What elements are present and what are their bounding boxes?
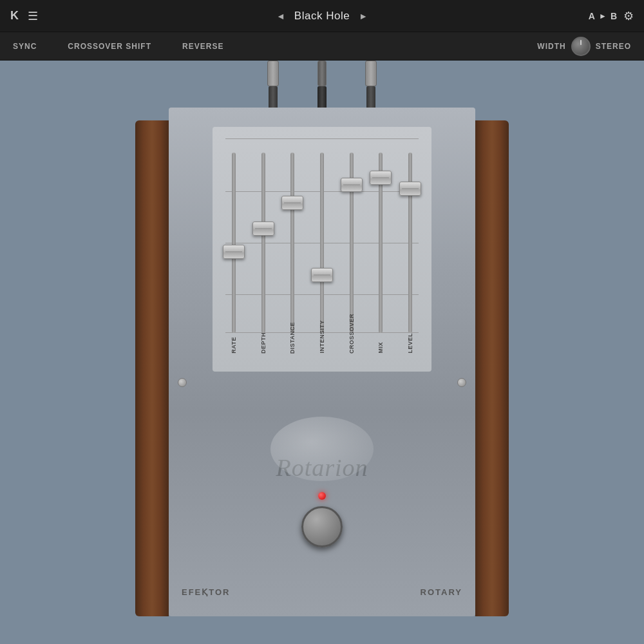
ab-play-button[interactable]: ► [599, 12, 607, 21]
width-knob[interactable] [571, 37, 591, 56]
label-a[interactable]: A [589, 11, 595, 21]
type-label: ROTARY [421, 587, 462, 597]
slider-level-label: LEVEL [407, 333, 413, 354]
slider-crossover-track[interactable] [350, 153, 354, 333]
reverse-toggle[interactable]: REVERSE [167, 42, 239, 51]
slider-crossover-label: CROSSOVER [348, 314, 355, 354]
top-bar-center: ◄ Black Hole ► [274, 10, 370, 23]
slider-distance-label: DISTANCE [289, 322, 296, 354]
pedal-wood-left [135, 120, 169, 616]
slider-rate-thumb[interactable] [223, 245, 245, 259]
lower-section: Rotarion [213, 384, 431, 603]
slider-crossover-thumb[interactable] [341, 178, 363, 192]
width-section: WIDTH STEREO [537, 37, 631, 56]
slider-distance: DISTANCE [278, 140, 307, 359]
h-line-top [225, 138, 419, 139]
cable-connector-left [267, 61, 279, 86]
crossover-shift-toggle[interactable]: CROSSOVER SHIFT [52, 42, 167, 51]
top-bar-left: K ☰ [10, 9, 38, 23]
stereo-label: STEREO [596, 42, 631, 51]
slider-intensity-track[interactable] [320, 153, 324, 333]
main-content: RATE DEPTH DISTANCE [0, 61, 644, 644]
slider-intensity: INTENSITY [307, 140, 337, 359]
slider-depth-label: DEPTH [260, 332, 267, 354]
led-indicator [318, 492, 326, 500]
slider-mix: MIX [366, 140, 396, 359]
nav-prev-arrow[interactable]: ◄ [274, 10, 288, 23]
logo-icon: K [10, 9, 19, 23]
pedal-wrapper: RATE DEPTH DISTANCE [135, 108, 509, 616]
slider-level-track[interactable] [408, 153, 412, 333]
menu-icon[interactable]: ☰ [28, 9, 38, 23]
label-b[interactable]: B [611, 11, 617, 21]
nav-next-arrow[interactable]: ► [356, 10, 370, 23]
slider-intensity-thumb[interactable] [311, 268, 333, 282]
slider-rate: RATE [219, 140, 249, 359]
slider-mix-label: MIX [377, 342, 384, 354]
logo-circle [270, 417, 374, 481]
width-label: WIDTH [537, 42, 565, 51]
slider-intensity-label: INTENSITY [319, 320, 325, 354]
slider-distance-track[interactable] [290, 153, 294, 333]
preset-name: Black Hole [294, 10, 350, 23]
bottom-labels: EFEⱩTOR ROTARY [182, 587, 462, 597]
screw-top-right [457, 378, 466, 387]
sliders-panel: RATE DEPTH DISTANCE [213, 127, 431, 372]
footswitch[interactable] [301, 506, 343, 547]
slider-level-thumb[interactable] [399, 182, 421, 196]
slider-level: LEVEL [395, 140, 425, 359]
brand-label: EFEⱩTOR [182, 587, 231, 597]
top-bar-right: A ► B ⚙ [589, 9, 634, 23]
slider-depth: DEPTH [249, 140, 278, 359]
top-bar: K ☰ ◄ Black Hole ► A ► B ⚙ [0, 0, 644, 32]
slider-depth-thumb[interactable] [252, 222, 274, 236]
slider-rate-label: RATE [231, 337, 237, 354]
slider-mix-track[interactable] [379, 153, 383, 333]
gear-icon[interactable]: ⚙ [623, 9, 634, 23]
ab-section: A ► B [589, 11, 617, 21]
cable-connector-center [317, 61, 327, 86]
slider-depth-track[interactable] [261, 153, 265, 333]
cable-connector-right [365, 61, 377, 86]
slider-rate-track[interactable] [232, 153, 236, 333]
app-container: K ☰ ◄ Black Hole ► A ► B ⚙ SYNC CROSSOVE… [0, 0, 644, 644]
slider-crossover: CROSSOVER [337, 140, 366, 359]
screw-top-left [178, 378, 187, 387]
sub-bar: SYNC CROSSOVER SHIFT REVERSE WIDTH STERE… [0, 32, 644, 61]
pedal-body: RATE DEPTH DISTANCE [169, 108, 475, 616]
slider-mix-thumb[interactable] [370, 171, 392, 185]
slider-distance-thumb[interactable] [281, 196, 303, 210]
sync-toggle[interactable]: SYNC [13, 42, 52, 51]
pedal-wood-right [475, 120, 509, 616]
